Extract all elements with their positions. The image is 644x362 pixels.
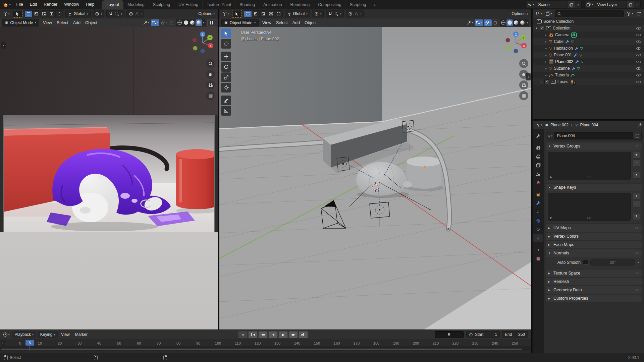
visibility-eye-icon[interactable] xyxy=(636,73,641,77)
outliner-row-scene-collection[interactable]: Scene Collection xyxy=(533,18,644,25)
tool-select-box[interactable] xyxy=(221,28,231,38)
rendered-canvas[interactable]: › Z Y X xyxy=(0,27,218,329)
snapping[interactable]: ▾ xyxy=(106,10,124,17)
add-workspace-button[interactable]: + xyxy=(370,1,379,9)
pause-render-button[interactable] xyxy=(207,19,216,26)
object-type-visibility[interactable]: ▾ xyxy=(466,19,474,26)
camera-view-button[interactable] xyxy=(519,80,528,89)
editor-type-button[interactable]: ▾ xyxy=(2,11,11,16)
outliner-search[interactable] xyxy=(555,10,624,17)
visibility-eye-icon[interactable] xyxy=(636,40,641,44)
shading-solid[interactable] xyxy=(506,19,513,26)
tab-world[interactable]: ⊕ xyxy=(533,178,543,187)
resize-grip-icon[interactable]: ∷∷ xyxy=(587,176,591,179)
shading-options[interactable]: ▾ xyxy=(526,19,529,26)
disclosure-triangle[interactable]: ▸ xyxy=(540,80,543,83)
tool-move[interactable] xyxy=(221,52,231,61)
grip-icon[interactable]: ∷∷ xyxy=(636,186,639,189)
view-menu[interactable]: View xyxy=(59,332,72,337)
transform-orientation[interactable]: Global▾ xyxy=(285,10,310,17)
select-mode-subtract[interactable] xyxy=(260,11,267,17)
jump-to-end-button[interactable]: ▶▎ xyxy=(299,331,308,338)
show-gizmo-toggle[interactable]: ▾ xyxy=(151,19,159,26)
outliner-row-habitacion[interactable]: ▸▽ Habitación ▽ xyxy=(533,45,644,52)
timeline-ruler[interactable]: 0 10 20 30 40 50 60 70 80 90 100 110 120… xyxy=(0,339,531,346)
datablock-name-field[interactable]: Plane.004 xyxy=(554,132,633,139)
shading-rendered[interactable] xyxy=(519,19,526,26)
panel-header[interactable]: ▼Shape Keys∷∷ xyxy=(546,184,642,191)
animate-property-dot[interactable] xyxy=(638,262,639,263)
sidebar-expand-arrow[interactable]: ‹ xyxy=(526,73,531,80)
menu-object[interactable]: Object xyxy=(84,20,98,25)
active-tool-select-box[interactable] xyxy=(13,10,22,18)
tool-transform[interactable] xyxy=(221,83,231,93)
tab-shading[interactable]: Shading xyxy=(235,0,259,9)
camera-view-button[interactable] xyxy=(206,80,215,89)
keying-menu[interactable]: Keying▾ xyxy=(38,331,58,338)
frame-end-field[interactable]: End250 xyxy=(502,331,528,338)
grip-icon[interactable]: ∷∷ xyxy=(636,272,639,275)
active-tool-select-box[interactable] xyxy=(232,10,242,18)
navigation-gizmo[interactable]: Z Y X xyxy=(503,29,529,55)
tab-physics[interactable]: ◎ xyxy=(533,216,543,225)
remove-shape-key-button[interactable]: − xyxy=(633,201,640,207)
visibility-eye-icon[interactable] xyxy=(636,53,641,57)
view-layer-name[interactable]: View Layer xyxy=(595,2,626,7)
shape-keys-list[interactable]: ▶∷∷ xyxy=(548,193,631,221)
editor-type-button[interactable]: ▾ xyxy=(221,11,230,16)
view-layer-browse-button[interactable]: ▾ xyxy=(585,1,595,8)
breadcrumb-object[interactable]: Plane.002 xyxy=(550,123,569,127)
visibility-eye-icon[interactable] xyxy=(636,60,641,64)
panel-header[interactable]: ▶Texture Space∷∷ xyxy=(546,269,642,277)
tab-animation[interactable]: Animation xyxy=(259,0,286,9)
tab-sculpting[interactable]: Sculpting xyxy=(149,0,174,9)
marker-menu[interactable]: Marker xyxy=(73,332,90,337)
options-dropdown[interactable]: Options▾ xyxy=(512,11,529,16)
disclosure-triangle[interactable]: ▾ xyxy=(535,26,538,30)
auto-smooth-angle-field[interactable]: 30° xyxy=(590,259,635,265)
select-mode-invert[interactable] xyxy=(267,11,275,17)
outliner-row-cube[interactable]: ▸▽ Cube ▽ xyxy=(533,38,644,45)
list-expand-icon[interactable]: ▶ xyxy=(550,216,552,219)
shading-rendered[interactable] xyxy=(196,19,202,26)
panel-header[interactable]: ▶Geometry Data∷∷ xyxy=(546,286,642,294)
pan-button[interactable] xyxy=(206,70,215,79)
next-keyframe-button[interactable]: ◆▶ xyxy=(288,331,298,338)
shading-options[interactable]: ▾ xyxy=(202,19,205,26)
tool-rotate[interactable] xyxy=(221,62,231,72)
scene-name[interactable]: Scene xyxy=(536,2,567,7)
object-type-visibility[interactable]: ▾ xyxy=(142,19,151,26)
filter-dropdown[interactable]: ▾ xyxy=(626,11,634,16)
tab-scripting[interactable]: Scripting xyxy=(346,0,371,9)
playback-menu[interactable]: Playback▾ xyxy=(12,331,36,338)
tab-output[interactable] xyxy=(533,152,543,161)
select-mode-intersect[interactable] xyxy=(275,11,282,17)
toolbar-expand-arrow[interactable]: › xyxy=(1,42,6,49)
grip-icon[interactable]: ∷∷ xyxy=(636,280,639,283)
xray-toggle[interactable]: ▢ xyxy=(169,19,174,26)
tab-texture[interactable]: ▦ xyxy=(533,254,543,262)
menu-window[interactable]: Window xyxy=(61,0,82,9)
visibility-eye-icon[interactable] xyxy=(636,26,641,31)
tool-annotate[interactable] xyxy=(221,96,231,105)
outliner-row-plane001[interactable]: ▸▽ Plane.001 ▽ xyxy=(533,52,644,58)
snapping[interactable]: ▾ xyxy=(326,10,344,17)
pivot-point[interactable]: ▾ xyxy=(93,10,105,17)
solid-canvas[interactable]: User Perspective (5) Luces | Plane.002 Z… xyxy=(219,27,531,329)
tab-material[interactable]: ◑ xyxy=(533,245,543,254)
menu-select[interactable]: Select xyxy=(56,20,69,25)
panel-header[interactable]: ▶Remesh∷∷ xyxy=(546,278,642,285)
menu-add[interactable]: Add xyxy=(291,20,301,25)
resize-grip-icon[interactable]: ∷∷ xyxy=(587,216,591,220)
tab-modeling[interactable]: Modeling xyxy=(123,0,149,9)
tab-object[interactable]: ▣ xyxy=(533,190,543,198)
select-mode-new[interactable] xyxy=(25,11,33,17)
outliner-row-plane002[interactable]: ▸▽ Plane.002 ▽ xyxy=(533,58,644,65)
outliner-row-camera[interactable]: ▸ Camera xyxy=(533,32,644,38)
grip-icon[interactable]: ∷∷ xyxy=(636,144,639,148)
menu-help[interactable]: Help xyxy=(83,0,98,9)
shading-solid[interactable] xyxy=(183,19,189,26)
menu-add[interactable]: Add xyxy=(72,20,82,25)
editor-type-button[interactable]: ▾ xyxy=(535,122,543,128)
tab-uv-editing[interactable]: UV Editing xyxy=(174,0,203,9)
